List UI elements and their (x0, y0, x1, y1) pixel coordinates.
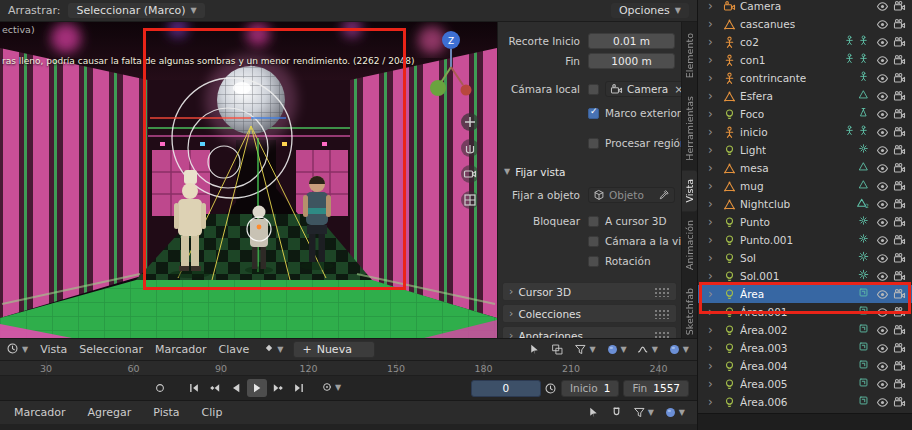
outliner-item-nightclub[interactable]: ›Nightclub2 (698, 195, 912, 213)
expand-icon[interactable]: › (708, 252, 721, 264)
options-dropdown[interactable]: Opciones ▼ (611, 3, 689, 18)
expand-icon[interactable]: › (708, 198, 721, 210)
disable-in-render-toggle[interactable] (891, 108, 908, 121)
hide-in-viewport-toggle[interactable] (874, 162, 891, 175)
outliner-item-con1[interactable]: ›con1 (698, 51, 912, 69)
section-colecciones[interactable]: ›Colecciones (502, 304, 677, 323)
zoom-button[interactable] (461, 113, 479, 131)
jump-to-start-button[interactable] (184, 379, 204, 397)
disable-in-render-toggle[interactable] (891, 306, 908, 319)
hide-in-viewport-toggle[interactable] (874, 342, 891, 355)
tab-animacion[interactable]: Animación (682, 211, 697, 279)
expand-icon[interactable]: › (708, 36, 721, 48)
disable-in-render-toggle[interactable] (891, 36, 908, 49)
expand-icon[interactable]: › (708, 72, 721, 84)
3d-viewport[interactable]: Z (0, 22, 497, 338)
overlay-dropdown[interactable]: ▼ (666, 343, 691, 356)
jump-to-end-button[interactable] (289, 379, 309, 397)
expand-icon[interactable]: › (708, 396, 721, 408)
disable-in-render-toggle[interactable] (891, 54, 908, 67)
menu-pista[interactable]: Pista (149, 405, 183, 420)
expand-icon[interactable]: › (708, 270, 721, 282)
expand-icon[interactable]: › (708, 306, 721, 318)
hide-in-viewport-toggle[interactable] (874, 360, 891, 373)
frame-end-field[interactable]: Fin 1557 (623, 380, 689, 397)
outliner-item-contrincante[interactable]: ›contrincante (698, 69, 912, 87)
keying-popover[interactable]: ▼ (319, 381, 343, 396)
hide-in-viewport-toggle[interactable] (874, 252, 891, 265)
expand-icon[interactable]: › (708, 108, 721, 120)
expand-icon[interactable]: › (708, 342, 721, 354)
outliner-item-area-002[interactable]: ›Área.002 (698, 321, 912, 339)
expand-icon[interactable]: › (708, 126, 721, 138)
expand-icon[interactable]: › (708, 234, 721, 246)
select-tool-button[interactable] (585, 406, 602, 419)
disable-in-render-toggle[interactable] (891, 180, 908, 193)
outliner-item-light[interactable]: ›Light (698, 141, 912, 159)
disable-in-render-toggle[interactable] (891, 198, 908, 211)
outliner-item-area-001[interactable]: ›Área.001 (698, 303, 912, 321)
hide-in-viewport-toggle[interactable] (874, 126, 891, 139)
menu-clip[interactable]: Clip (198, 405, 227, 420)
snapping-button[interactable] (608, 406, 625, 419)
snapping-button[interactable] (549, 343, 566, 356)
outliner-item-esfera[interactable]: ›Esfera (698, 87, 912, 105)
lock-object-field[interactable]: Objeto (588, 187, 675, 203)
tab-herramientas[interactable]: Herramientas (682, 87, 697, 170)
outliner-item-sol[interactable]: ›Sol (698, 249, 912, 267)
tab-vista[interactable]: Vista (682, 170, 697, 211)
timeline-area[interactable]: 306090120150180210240 ▼ 0 Inicio 1 Fin 1… (0, 360, 697, 400)
shading-dropdown[interactable]: ▼ (604, 343, 629, 356)
hide-in-viewport-toggle[interactable] (874, 0, 891, 13)
disable-in-render-toggle[interactable] (891, 252, 908, 265)
expand-icon[interactable]: › (708, 162, 721, 174)
disable-in-render-toggle[interactable] (891, 216, 908, 229)
outliner-item-area-004[interactable]: ›Área.004 (698, 357, 912, 375)
menu-marcador[interactable]: Marcador (10, 405, 70, 420)
menu-marcador[interactable]: Marcador (151, 342, 211, 357)
hide-in-viewport-toggle[interactable] (874, 54, 891, 67)
grip-icon[interactable] (654, 287, 670, 297)
expand-icon[interactable]: › (708, 180, 721, 192)
disable-in-render-toggle[interactable] (891, 324, 908, 337)
use-preview-range-toggle[interactable] (541, 379, 561, 397)
outliner-item-sol-001[interactable]: ›Sol.001 (698, 267, 912, 285)
shading-dropdown[interactable]: ▼ (662, 406, 687, 419)
disable-in-render-toggle[interactable] (891, 162, 908, 175)
timeline-ruler[interactable]: 306090120150180210240 (0, 361, 697, 376)
tab-sketchfab[interactable]: Sketchfab (682, 279, 697, 344)
section-cursor-3d[interactable]: ›Cursor 3D (502, 282, 677, 301)
fcurve-dropdown[interactable]: ▼ (635, 343, 660, 356)
ortho-toggle-button[interactable] (461, 191, 479, 209)
disable-in-render-toggle[interactable] (891, 288, 908, 301)
disable-in-render-toggle[interactable] (891, 18, 908, 31)
outliner-item-camera[interactable]: ›Camera (698, 0, 912, 15)
expand-icon[interactable]: › (708, 216, 721, 228)
expand-icon[interactable]: › (708, 378, 721, 390)
hide-in-viewport-toggle[interactable] (874, 288, 891, 301)
disable-in-render-toggle[interactable] (891, 90, 908, 103)
clear-icon[interactable]: × (672, 83, 681, 96)
gizmo-x-axis[interactable] (461, 85, 472, 96)
lock-cursor-checkbox[interactable] (588, 216, 599, 227)
jump-to-next-keyframe-button[interactable] (268, 379, 288, 397)
expand-icon[interactable]: › (708, 54, 721, 66)
outliner-item-punto[interactable]: ›Punto (698, 213, 912, 231)
expand-icon[interactable]: › (708, 144, 721, 156)
outliner-item-area-003[interactable]: ›Área.003 (698, 339, 912, 357)
hide-in-viewport-toggle[interactable] (874, 18, 891, 31)
render-region-checkbox[interactable] (588, 138, 599, 149)
hide-in-viewport-toggle[interactable] (874, 36, 891, 49)
outliner-item-area-005[interactable]: ›Área.005 (698, 375, 912, 393)
hide-in-viewport-toggle[interactable] (874, 90, 891, 103)
hide-in-viewport-toggle[interactable] (874, 180, 891, 193)
hide-in-viewport-toggle[interactable] (874, 234, 891, 247)
grip-icon[interactable] (654, 331, 670, 339)
hide-in-viewport-toggle[interactable] (874, 306, 891, 319)
hide-in-viewport-toggle[interactable] (874, 378, 891, 391)
drag-mode-dropdown[interactable]: Seleccionar (Marco) ▼ (68, 3, 204, 18)
local-camera-checkbox[interactable] (588, 84, 599, 95)
lock-rotation-checkbox[interactable] (588, 256, 599, 267)
disable-in-render-toggle[interactable] (891, 144, 908, 157)
hide-in-viewport-toggle[interactable] (874, 198, 891, 211)
